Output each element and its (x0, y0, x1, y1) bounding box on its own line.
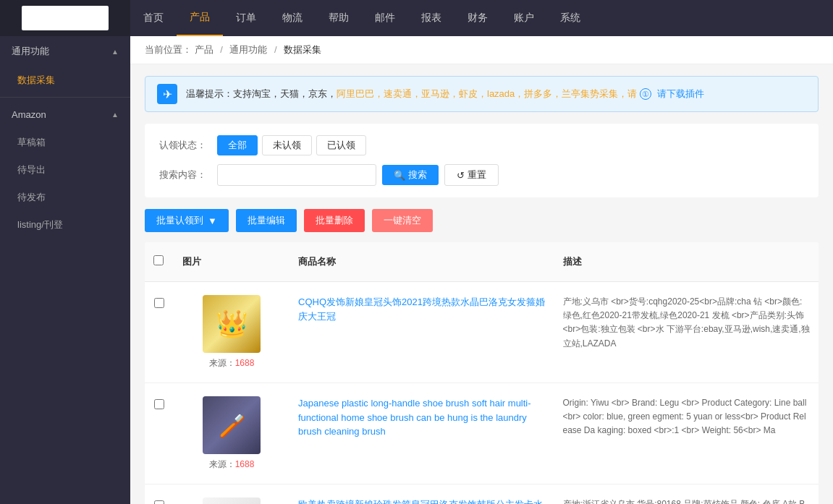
row3-checkbox-cell (145, 492, 174, 504)
search-filter-row: 搜索内容： 🔍 搜索 ↺ 重置 (159, 164, 804, 186)
table-header: 图片 商品名称 描述 (145, 242, 819, 282)
brush-icon: 🪥 (219, 413, 245, 438)
nav-order[interactable]: 订单 (223, 0, 269, 36)
table-row: 💎 来源：1688 欧美热卖跨境新娘珍珠发箍皇冠巴洛克发饰韩版公主发卡水晶头箍女… (145, 484, 819, 504)
nav-account[interactable]: 账户 (501, 0, 547, 36)
bulk-claim-button[interactable]: 批量认领到 ▼ (145, 209, 229, 232)
claim-status-label: 认领状态： (159, 139, 217, 152)
row2-description: Origin: Yiwu <br> Brand: Legu <br> Produ… (563, 398, 807, 435)
breadcrumb: 当前位置： 产品 / 通用功能 / 数据采集 (130, 36, 833, 64)
row2-title-cell: Japanese plastic long-handle shoe brush … (289, 390, 554, 445)
row1-product-title[interactable]: CQHQ发饰新娘皇冠头饰2021跨境热款水晶巴洛克女发箍婚庆大王冠 (298, 296, 545, 322)
row1-product-image: 👑 (203, 295, 261, 353)
content-inner: ✈ 温馨提示：支持淘宝，天猫，京东，阿里巴巴，速卖通，亚马逊，虾皮，lazada… (130, 64, 833, 504)
info-circle-icon: ① (640, 88, 651, 100)
nav-product[interactable]: 产品 (177, 0, 223, 36)
notice-text: 温馨提示：支持淘宝，天猫，京东，阿里巴巴，速卖通，亚马逊，虾皮，lazada，拼… (186, 87, 806, 101)
sidebar-item-pending-export[interactable]: 待导出 (0, 156, 130, 184)
breadcrumb-sep-2: / (274, 44, 279, 55)
row2-desc-cell: Origin: Yiwu <br> Brand: Legu <br> Produ… (554, 390, 819, 444)
sidebar-group-amazon[interactable]: Amazon ▲ (0, 101, 130, 129)
row3-title-cell: 欧美热卖跨境新娘珍珠发箍皇冠巴洛克发饰韩版公主发卡水晶头箍女 (289, 492, 554, 504)
logo-area (0, 0, 130, 36)
nav-menu: 首页 产品 订单 物流 帮助 邮件 报表 财务 账户 系统 (130, 0, 833, 36)
row3-description: 产地:浙江省义乌市 货号:80168 品牌:芭炫饰品 颜色: 色底,A款,B款,… (563, 499, 805, 504)
row3-image-cell: 💎 来源：1688 (174, 492, 289, 504)
row1-checkbox[interactable] (154, 298, 164, 308)
nav-finance[interactable]: 财务 (454, 0, 501, 36)
row2-checkbox[interactable] (154, 399, 164, 409)
sidebar-item-draft[interactable]: 草稿箱 (0, 129, 130, 156)
bulk-edit-button[interactable]: 批量编辑 (236, 209, 297, 232)
sidebar-item-data-collect[interactable]: 数据采集 (0, 67, 130, 94)
row3-desc-cell: 产地:浙江省义乌市 货号:80168 品牌:芭炫饰品 颜色: 色底,A款,B款,… (554, 492, 819, 504)
nav-mail[interactable]: 邮件 (362, 0, 408, 36)
row1-checkbox-cell (145, 289, 174, 314)
table-row: 🪥 来源：1688 Japanese plastic long-handle s… (145, 383, 819, 484)
crown-icon: 👑 (216, 309, 248, 339)
th-image: 图片 (174, 249, 289, 274)
status-btn-all[interactable]: 全部 (217, 135, 258, 155)
data-table: 图片 商品名称 描述 👑 来源：1688 (145, 242, 819, 504)
breadcrumb-product[interactable]: 产品 (195, 44, 213, 55)
dropdown-arrow-icon: ▼ (208, 215, 217, 226)
clear-all-button[interactable]: 一键清空 (372, 209, 433, 232)
nav-system[interactable]: 系统 (547, 0, 593, 36)
row3-product-title[interactable]: 欧美热卖跨境新娘珍珠发箍皇冠巴洛克发饰韩版公主发卡水晶头箍女 (298, 499, 543, 504)
row1-source-label: 来源：1688 (209, 357, 255, 370)
main-body: 通用功能 ▲ 数据采集 Amazon ▲ 草稿箱 待导出 待发布 listing… (0, 36, 833, 504)
sidebar-group-general[interactable]: 通用功能 ▲ (0, 36, 130, 67)
nav-home[interactable]: 首页 (130, 0, 177, 36)
status-btn-claimed[interactable]: 已认领 (316, 135, 366, 155)
bulk-delete-button[interactable]: 批量删除 (304, 209, 365, 232)
reset-icon: ↺ (457, 170, 465, 181)
reset-button[interactable]: ↺ 重置 (444, 164, 499, 186)
action-bar: 批量认领到 ▼ 批量编辑 批量删除 一键清空 (145, 209, 819, 232)
th-checkbox (145, 249, 174, 274)
sidebar-item-pending-publish[interactable]: 待发布 (0, 184, 130, 211)
th-description: 描述 (554, 249, 819, 274)
breadcrumb-general[interactable]: 通用功能 (229, 44, 267, 55)
row1-title-cell: CQHQ发饰新娘皇冠头饰2021跨境热款水晶巴洛克女发箍婚庆大王冠 (289, 289, 554, 329)
row1-source-link[interactable]: 1688 (235, 358, 255, 368)
search-input[interactable] (217, 164, 376, 186)
nav-report[interactable]: 报表 (408, 0, 454, 36)
row1-desc-cell: 产地:义乌市 <br>货号:cqhg2020-25<br>品牌:cha 钻 <b… (554, 289, 819, 356)
filter-section: 认领状态： 全部 未认领 已认领 搜索内容： 🔍 搜索 ↺ 重置 (145, 124, 819, 197)
row3-checkbox[interactable] (154, 500, 164, 504)
row1-description: 产地:义乌市 <br>货号:cqhg2020-25<br>品牌:cha 钻 <b… (563, 296, 810, 349)
th-product-name: 商品名称 (289, 249, 554, 274)
content-area: 当前位置： 产品 / 通用功能 / 数据采集 ✈ 温馨提示：支持淘宝，天猫，京东… (130, 36, 833, 504)
search-button[interactable]: 🔍 搜索 (382, 165, 439, 185)
search-label: 搜索内容： (159, 168, 217, 181)
chevron-up-icon-2: ▲ (111, 111, 119, 119)
row2-image-cell: 🪥 来源：1688 (174, 390, 289, 477)
telegram-icon: ✈ (157, 84, 177, 104)
breadcrumb-current: 数据采集 (284, 44, 321, 55)
chevron-up-icon: ▲ (111, 48, 119, 56)
row2-source-link[interactable]: 1688 (235, 459, 255, 469)
row2-checkbox-cell (145, 390, 174, 415)
select-all-checkbox[interactable] (153, 255, 164, 265)
status-filter-row: 认领状态： 全部 未认领 已认领 (159, 135, 804, 155)
status-btn-unclaimed[interactable]: 未认领 (262, 135, 312, 155)
row2-product-title[interactable]: Japanese plastic long-handle shoe brush … (298, 398, 531, 437)
top-navigation: 首页 产品 订单 物流 帮助 邮件 报表 财务 账户 系统 (0, 0, 833, 36)
row1-image-cell: 👑 来源：1688 (174, 289, 289, 375)
sidebar: 通用功能 ▲ 数据采集 Amazon ▲ 草稿箱 待导出 待发布 listing… (0, 36, 130, 504)
sidebar-item-listing[interactable]: listing/刊登 (0, 211, 130, 239)
nav-help[interactable]: 帮助 (316, 0, 362, 36)
nav-logistics[interactable]: 物流 (269, 0, 316, 36)
row2-source-label: 来源：1688 (209, 458, 255, 471)
breadcrumb-sep-1: / (220, 44, 225, 55)
download-plugin-link[interactable]: 请下载插件 (657, 88, 704, 99)
table-row: 👑 来源：1688 CQHQ发饰新娘皇冠头饰2021跨境热款水晶巴洛克女发箍婚庆… (145, 282, 819, 383)
sidebar-divider (0, 97, 130, 98)
row2-product-image: 🪥 (203, 396, 261, 454)
logo (22, 6, 109, 30)
row3-product-image: 💎 (203, 497, 261, 504)
search-icon: 🔍 (394, 170, 405, 181)
notice-bar: ✈ 温馨提示：支持淘宝，天猫，京东，阿里巴巴，速卖通，亚马逊，虾皮，lazada… (145, 76, 819, 112)
